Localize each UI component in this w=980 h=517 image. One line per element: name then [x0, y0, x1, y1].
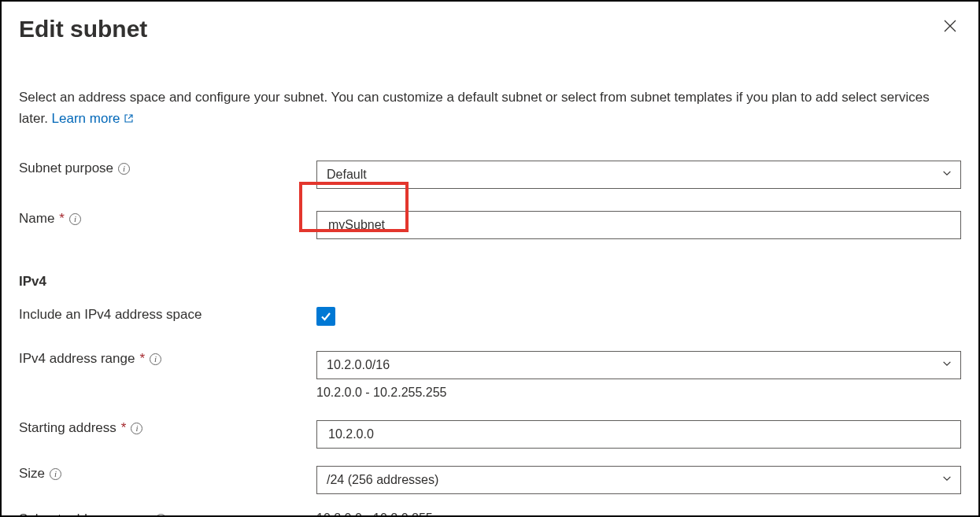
- close-icon[interactable]: [939, 16, 961, 38]
- info-icon[interactable]: i: [69, 213, 81, 225]
- size-value: /24 (256 addresses): [327, 473, 438, 487]
- subnet-range-value: 10.2.0.0 - 10.2.0.255: [316, 511, 433, 517]
- chevron-down-icon: [941, 473, 952, 487]
- starting-address-input[interactable]: [327, 421, 932, 448]
- required-mark: *: [59, 211, 65, 227]
- ipv4-range-value: 10.2.0.0/16: [327, 358, 390, 372]
- chevron-down-icon: [941, 358, 952, 372]
- starting-address-input-wrapper: [316, 420, 961, 449]
- learn-more-label: Learn more: [52, 111, 120, 126]
- ipv4-range-helper: 10.2.0.0 - 10.2.255.255: [316, 386, 961, 400]
- size-dropdown[interactable]: /24 (256 addresses): [316, 466, 961, 494]
- info-icon[interactable]: i: [118, 163, 130, 175]
- include-ipv4-label: Include an IPv4 address space: [19, 307, 202, 323]
- name-label: Name: [19, 211, 54, 227]
- subnet-purpose-value: Default: [327, 168, 367, 182]
- ipv4-range-dropdown[interactable]: 10.2.0.0/16: [316, 351, 961, 379]
- info-icon[interactable]: i: [50, 468, 61, 480]
- size-label: Size: [19, 466, 45, 482]
- chevron-down-icon: [941, 168, 952, 182]
- ipv4-heading: IPv4: [19, 274, 961, 290]
- learn-more-link[interactable]: Learn more: [52, 111, 135, 126]
- info-icon[interactable]: i: [131, 423, 142, 434]
- info-icon[interactable]: i: [150, 353, 161, 365]
- ipv4-range-label: IPv4 address range: [19, 351, 135, 367]
- external-link-icon: [124, 109, 134, 119]
- intro-text: Select an address space and configure yo…: [19, 87, 961, 129]
- intro-body: Select an address space and configure yo…: [19, 90, 930, 126]
- edit-subnet-panel: Edit subnet Select an address space and …: [0, 0, 980, 517]
- panel-title: Edit subnet: [19, 16, 147, 42]
- starting-address-label: Starting address: [19, 420, 116, 436]
- required-mark: *: [139, 351, 145, 367]
- subnet-purpose-label: Subnet purpose: [19, 161, 113, 176]
- name-input[interactable]: [327, 212, 932, 238]
- info-icon[interactable]: i: [155, 514, 167, 517]
- required-mark: *: [121, 420, 127, 436]
- subnet-range-label: Subnet address range: [19, 511, 150, 517]
- subnet-purpose-dropdown[interactable]: Default: [316, 161, 961, 189]
- include-ipv4-checkbox[interactable]: [316, 307, 335, 326]
- name-input-wrapper: [316, 211, 961, 239]
